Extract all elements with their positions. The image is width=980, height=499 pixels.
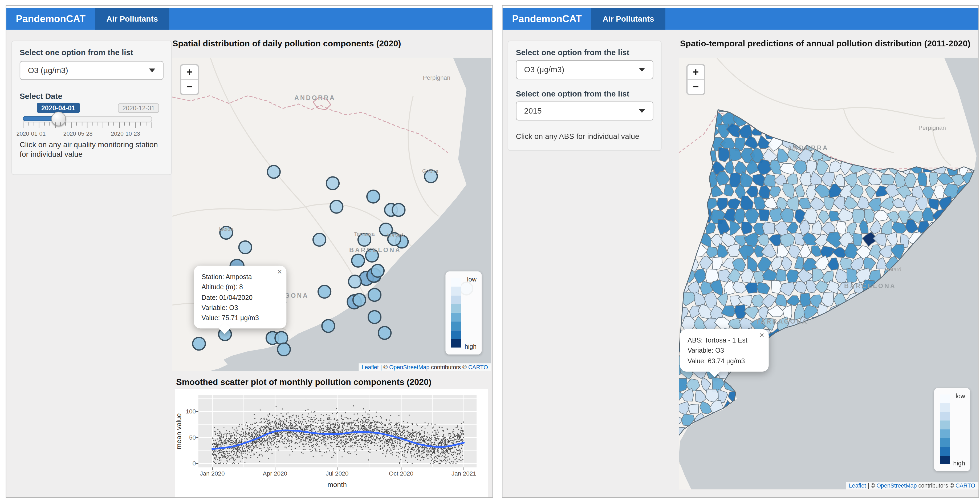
station-marker[interactable] (313, 233, 326, 246)
left-app-window: PandemonCAT Air Pollutants Select one op… (6, 5, 493, 497)
map-attribution: Leaflet | © OpenStreetMap contributors ©… (846, 482, 978, 489)
legend-color-cell (940, 412, 950, 421)
legend-color-cell (451, 304, 461, 312)
zoom-in-button[interactable]: + (687, 65, 704, 80)
zoom-out-button[interactable]: − (181, 80, 198, 94)
osm-link[interactable]: OpenStreetMap (877, 483, 916, 489)
station-marker[interactable] (371, 265, 384, 277)
attribution-text: | © (866, 483, 877, 489)
tab-air-pollutants[interactable]: Air Pollutants (591, 8, 665, 30)
abs-polygon[interactable] (759, 209, 769, 221)
year-select-value: 2015 (524, 107, 541, 115)
label-barcelona: BARCELONA (349, 246, 401, 253)
label-lleida: Lleida (219, 226, 233, 232)
carto-link[interactable]: CARTO (468, 364, 488, 370)
legend-color-cell (451, 287, 461, 295)
year-select[interactable]: 2015 (516, 102, 654, 121)
label-terrassa: Terrassa (354, 231, 375, 237)
pollutant-select-value: O3 (µg/m3) (524, 65, 564, 74)
label-andorra: ANDORRA (294, 94, 336, 101)
popup-abs: ABS: Tortosa - 1 Est (687, 335, 761, 345)
tab-air-pollutants[interactable]: Air Pollutants (95, 8, 169, 30)
zoom-in-button[interactable]: + (181, 65, 198, 80)
station-marker[interactable] (368, 311, 381, 324)
label-perpignan: Perpignan (423, 74, 450, 81)
label-barcelona: BARCELONA (844, 282, 896, 290)
popup-station: Station: Amposta (202, 271, 279, 282)
leaflet-link[interactable]: Leaflet (849, 483, 866, 489)
osm-link[interactable]: OpenStreetMap (389, 364, 430, 370)
pollutant-select[interactable]: O3 (µg/m3) (20, 61, 164, 80)
abs-polygon[interactable] (881, 174, 894, 185)
station-marker[interactable] (330, 201, 343, 213)
station-marker[interactable] (353, 293, 366, 306)
stations-map[interactable]: ANDORRA Perpignan Girona Lleida Terrassa… (172, 57, 491, 371)
right-sidebar: Select one option from the list O3 (µg/m… (508, 40, 662, 151)
legend-color-cell (940, 429, 950, 438)
abs-polygon[interactable] (688, 404, 698, 413)
x-tick: Jan 2020 (200, 470, 224, 477)
abs-polygon[interactable] (853, 233, 862, 246)
carto-link[interactable]: CARTO (956, 483, 975, 489)
slider-tick-marks (23, 122, 151, 130)
chevron-down-icon (149, 69, 155, 72)
legend-color-cell (940, 447, 950, 456)
station-marker[interactable] (275, 332, 288, 344)
slider-grid-label: 2020-01-01 (16, 131, 46, 137)
station-marker[interactable] (368, 289, 381, 301)
abs-help-text: Click on any ABS for individual value (516, 132, 655, 142)
popup-variable: Variable: O3 (202, 302, 279, 312)
left-content: Select one option from the list O3 (µg/m… (6, 30, 493, 497)
station-marker[interactable] (326, 177, 339, 190)
left-map-title: Spatial distribution of daily pollution … (172, 39, 401, 48)
label-tarragona: TARRAGONA (756, 318, 808, 325)
scatter-figure: 100 50 0 Jan 2020 Apr 2020 Jul 2020 Oct … (175, 389, 488, 497)
right-map-title: Spatio-temporal predictions of annual po… (680, 39, 970, 48)
station-marker[interactable] (278, 343, 290, 356)
pollutant-select-label: Select one option from the list (516, 48, 630, 57)
abs-choropleth-map[interactable]: ANDORRA Perpignan Mataró BARCELONA TARRA… (679, 57, 978, 489)
station-marker[interactable] (322, 320, 335, 332)
legend-low-label: low (956, 393, 965, 400)
abs-polygon[interactable] (776, 269, 786, 282)
station-marker[interactable] (378, 327, 391, 340)
station-marker[interactable] (392, 204, 405, 217)
date-slider[interactable]: 2020-04-01 2020-12-31 2020-01-01 2020-05… (12, 100, 171, 138)
abs-polygon[interactable] (762, 222, 775, 234)
scatter-canvas: 100 50 0 Jan 2020 Apr 2020 Jul 2020 Oct … (175, 389, 488, 497)
close-icon[interactable]: × (277, 268, 282, 276)
attribution-text: contributors © (430, 364, 468, 370)
map-zoom-control: + − (686, 64, 705, 95)
station-marker[interactable] (267, 166, 280, 179)
station-marker[interactable] (352, 254, 364, 267)
station-marker[interactable] (367, 190, 380, 203)
close-icon[interactable]: × (759, 331, 764, 340)
zoom-out-button[interactable]: − (687, 80, 704, 94)
abs-polygon[interactable] (705, 269, 719, 282)
leaflet-link[interactable]: Leaflet (361, 364, 379, 370)
legend-color-ramp (451, 278, 461, 348)
page: PandemonCAT Air Pollutants Select one op… (0, 0, 980, 499)
legend-high-label: high (953, 460, 965, 467)
station-marker[interactable] (239, 241, 252, 254)
map-zoom-control: + − (180, 64, 199, 95)
popup-variable: Variable: O3 (687, 345, 761, 356)
legend-color-cell (940, 438, 950, 447)
pollutant-select[interactable]: O3 (µg/m3) (516, 60, 654, 79)
attribution-text: contributors © (917, 483, 956, 489)
station-marker[interactable] (348, 275, 361, 288)
legend-high-label: high (465, 343, 477, 350)
slider-grid-label: 2020-10-23 (111, 131, 140, 137)
chevron-down-icon (639, 109, 645, 113)
y-tick-100: 100 (186, 408, 196, 415)
label-andorra: ANDORRA (788, 144, 829, 151)
station-marker[interactable] (192, 338, 205, 350)
brand-title: PandemonCAT (503, 8, 591, 30)
station-marker[interactable] (318, 285, 331, 298)
year-select-label: Select one option from the list (516, 89, 630, 98)
pollutant-select-value: O3 (µg/m3) (28, 66, 68, 75)
y-axis-title: mean value (175, 413, 183, 449)
label-mataro: Mataró (885, 266, 901, 273)
label-perpignan: Perpignan (918, 124, 946, 131)
map-attribution: Leaflet | © OpenStreetMap contributors ©… (358, 363, 491, 371)
